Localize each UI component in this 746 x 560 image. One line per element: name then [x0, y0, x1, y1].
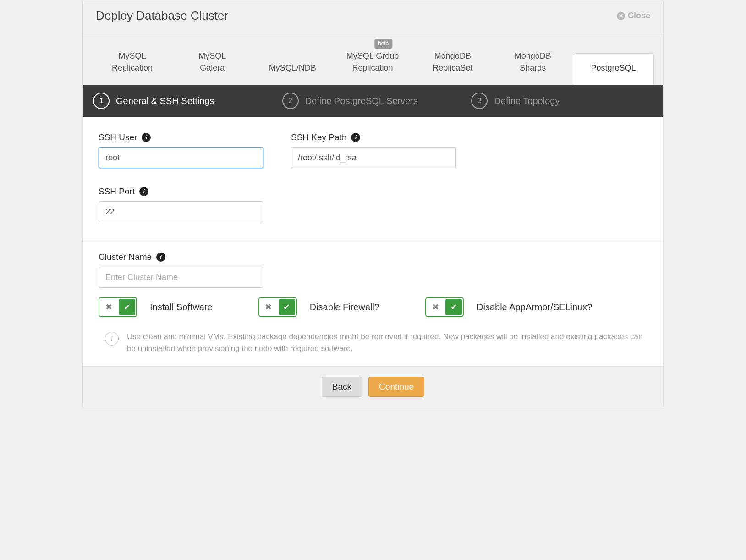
info-icon[interactable]: i: [139, 187, 148, 196]
disable-apparmor-toggle[interactable]: ✖ ✔: [425, 297, 464, 317]
ssh-settings-panel: SSH User i SSH Key Path i SSH Port i: [83, 117, 663, 239]
close-button[interactable]: ✕ Close: [617, 11, 650, 21]
info-icon[interactable]: i: [351, 133, 360, 142]
cluster-name-label: Cluster Name: [99, 252, 152, 262]
x-icon: ✖: [99, 298, 118, 316]
cluster-name-input[interactable]: [99, 267, 263, 288]
ssh-key-path-input[interactable]: [291, 147, 456, 168]
info-icon[interactable]: i: [156, 253, 165, 262]
install-software-label: Install Software: [150, 302, 213, 313]
info-icon[interactable]: i: [142, 133, 151, 142]
deploy-cluster-modal: Deploy Database Cluster ✕ Close MySQL Re…: [82, 0, 664, 407]
disable-apparmor-label: Disable AppArmor/SELinux?: [477, 302, 592, 313]
install-software-toggle[interactable]: ✖ ✔: [99, 297, 137, 317]
ssh-key-path-label: SSH Key Path: [291, 132, 346, 143]
modal-title: Deploy Database Cluster: [96, 9, 228, 23]
disable-apparmor-option: ✖ ✔ Disable AppArmor/SELinux?: [425, 297, 592, 317]
ssh-user-label: SSH User: [99, 132, 137, 143]
cluster-settings-panel: Cluster Name i ✖ ✔ Install Software ✖ ✔ …: [83, 239, 663, 366]
step-define-topology[interactable]: 3 Define Topology: [467, 93, 657, 109]
modal-header: Deploy Database Cluster ✕ Close: [83, 0, 663, 33]
options-toggle-row: ✖ ✔ Install Software ✖ ✔ Disable Firewal…: [99, 297, 647, 317]
tab-mysql-group-replication[interactable]: beta MySQL Group Replication: [333, 42, 413, 85]
beta-badge: beta: [374, 39, 392, 49]
tab-mysql-galera[interactable]: MySQL Galera: [172, 42, 252, 85]
close-icon: ✕: [617, 12, 625, 20]
ssh-port-label: SSH Port: [99, 187, 135, 197]
disable-firewall-toggle[interactable]: ✖ ✔: [258, 297, 297, 317]
tab-mysql-replication[interactable]: MySQL Replication: [92, 42, 172, 85]
close-label: Close: [628, 11, 650, 21]
tab-mysql-ndb[interactable]: MySQL/NDB: [252, 54, 333, 85]
back-button[interactable]: Back: [322, 377, 362, 397]
disable-firewall-label: Disable Firewall?: [310, 302, 379, 313]
cluster-name-field: Cluster Name i: [99, 252, 263, 288]
info-note: i Use clean and minimal VMs. Existing pa…: [99, 328, 647, 358]
step-number-icon: 3: [471, 93, 488, 109]
step-number-icon: 1: [93, 93, 110, 109]
ssh-key-path-field: SSH Key Path i: [291, 132, 456, 168]
continue-button[interactable]: Continue: [368, 377, 424, 397]
wizard-steps: 1 General & SSH Settings 2 Define Postgr…: [83, 85, 663, 117]
tab-postgresql[interactable]: PostgreSQL: [573, 53, 654, 85]
tab-mongodb-shards[interactable]: MongoDB Shards: [493, 42, 573, 85]
check-icon: ✔: [119, 299, 135, 315]
disable-firewall-option: ✖ ✔ Disable Firewall?: [258, 297, 379, 317]
step-number-icon: 2: [282, 93, 299, 109]
check-icon: ✔: [279, 299, 295, 315]
ssh-port-field: SSH Port i: [99, 187, 263, 222]
install-software-option: ✖ ✔ Install Software: [99, 297, 213, 317]
info-icon: i: [105, 332, 119, 346]
x-icon: ✖: [426, 298, 444, 316]
ssh-user-input[interactable]: [99, 147, 263, 168]
ssh-user-field: SSH User i: [99, 132, 263, 168]
info-note-text: Use clean and minimal VMs. Existing pack…: [127, 331, 647, 354]
tab-mongodb-replicaset[interactable]: MongoDB ReplicaSet: [412, 42, 493, 85]
database-type-tabs: MySQL Replication MySQL Galera MySQL/NDB…: [83, 33, 663, 85]
x-icon: ✖: [259, 298, 278, 316]
step-define-servers[interactable]: 2 Define PostgreSQL Servers: [279, 93, 468, 109]
step-general-ssh[interactable]: 1 General & SSH Settings: [89, 93, 279, 109]
check-icon: ✔: [445, 299, 462, 315]
ssh-port-input[interactable]: [99, 201, 263, 222]
wizard-footer: Back Continue: [83, 366, 663, 407]
